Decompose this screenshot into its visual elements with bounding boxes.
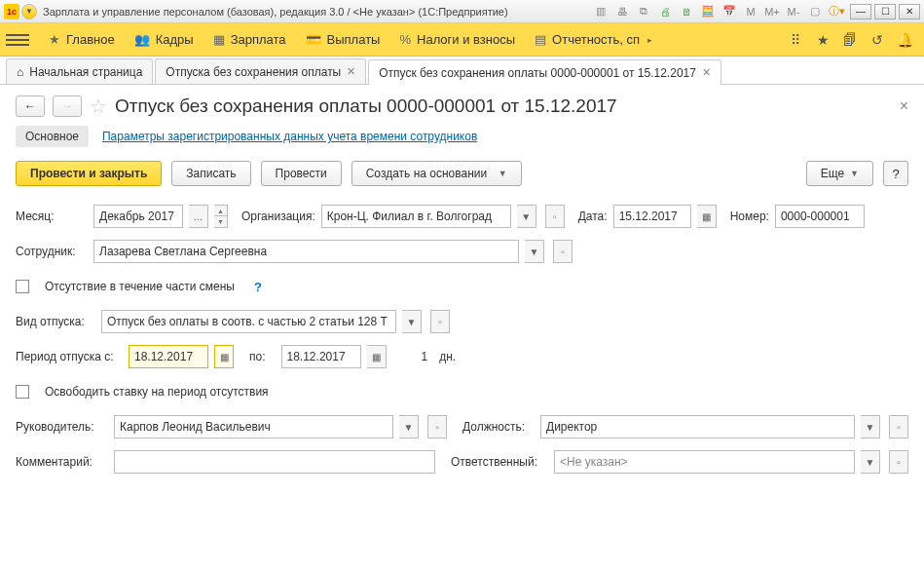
printer-icon[interactable]: 🖨 — [656, 3, 674, 20]
period-from-calendar[interactable]: ▦ — [214, 345, 234, 368]
leave-type-dropdown[interactable]: ▼ — [402, 310, 422, 333]
help-question-icon[interactable]: ? — [254, 280, 262, 294]
period-from-label: Период отпуска с: — [16, 350, 123, 363]
nav-reports[interactable]: ▤Отчетность, сп▸ — [525, 23, 662, 57]
employee-open[interactable]: ▫ — [553, 240, 573, 263]
manager-open[interactable]: ▫ — [427, 415, 447, 439]
org-input[interactable]: Крон-Ц. Филиал в г. Волгоград — [321, 205, 511, 228]
manager-label: Руководитель: — [16, 420, 108, 434]
org-dropdown[interactable]: ▼ — [517, 205, 536, 228]
date-label: Дата: — [578, 210, 608, 223]
manager-dropdown[interactable]: ▼ — [399, 415, 419, 439]
date-calendar[interactable]: ▦ — [697, 205, 717, 228]
favorite-star[interactable]: ☆ — [90, 95, 107, 118]
responsible-open[interactable]: ▫ — [889, 450, 908, 474]
month-ellipsis[interactable]: … — [189, 205, 208, 228]
close-icon[interactable]: ✕ — [702, 66, 711, 79]
post-and-close-button[interactable]: Провести и закрыть — [16, 161, 162, 186]
month-label: Месяц: — [16, 210, 88, 223]
document-title: Отпуск без сохранения оплаты 0000-000001… — [115, 95, 617, 117]
days-count: 1 — [422, 350, 428, 363]
maximize-button[interactable]: ☐ — [874, 4, 896, 19]
report-icon: ▤ — [535, 32, 546, 47]
main-nav: ★Главное 👥Кадры ▦Зарплата 💳Выплаты %Нало… — [0, 23, 924, 57]
period-to-input[interactable]: 18.12.2017 — [281, 345, 361, 368]
chevron-down-icon: ▼ — [499, 169, 507, 178]
print-icon[interactable]: 🖶 — [613, 3, 631, 20]
menu-button[interactable] — [6, 28, 29, 52]
responsible-input[interactable]: <Не указан> — [554, 450, 855, 474]
sublink-main[interactable]: Основное — [16, 126, 89, 147]
calendar-icon[interactable]: 📅 — [721, 3, 738, 20]
free-rate-checkbox[interactable] — [16, 385, 29, 399]
month-spinner[interactable]: ▲▼ — [214, 205, 228, 228]
close-window-button[interactable]: ✕ — [899, 4, 920, 19]
number-input[interactable]: 0000-000001 — [775, 205, 865, 228]
save-button[interactable]: Записать — [171, 161, 250, 186]
create-based-button[interactable]: Создать на основании▼ — [351, 161, 522, 186]
calculator-icon[interactable]: 🧮 — [699, 3, 717, 20]
nav-zarplata[interactable]: ▦Зарплата — [203, 23, 296, 57]
titlebar-menu-icon[interactable]: ▼ — [21, 4, 37, 19]
tab-leaves-list[interactable]: Отпуска без сохранения оплаты ✕ — [155, 58, 366, 84]
employee-dropdown[interactable]: ▼ — [525, 240, 544, 263]
nav-nalogi[interactable]: %Налоги и взносы — [389, 23, 525, 57]
responsible-label: Ответственный: — [451, 455, 548, 469]
m-icon[interactable]: M — [742, 3, 759, 20]
m-minus-icon[interactable]: M- — [785, 3, 802, 20]
position-input[interactable]: Директор — [540, 415, 855, 439]
position-dropdown[interactable]: ▼ — [861, 415, 880, 439]
period-to-label: по: — [249, 350, 266, 363]
forward-button[interactable]: → — [53, 95, 82, 117]
responsible-dropdown[interactable]: ▼ — [861, 450, 880, 474]
period-from-input[interactable]: 18.12.2017 — [129, 345, 208, 368]
help-button[interactable]: ? — [883, 161, 908, 186]
document-area: ← → ☆ Отпуск без сохранения оплаты 0000-… — [0, 85, 924, 494]
document-header: ← → ☆ Отпуск без сохранения оплаты 0000-… — [16, 95, 908, 118]
percent-icon: % — [399, 32, 411, 47]
back-button[interactable]: ← — [16, 95, 45, 117]
number-label: Номер: — [730, 210, 769, 223]
apps-icon[interactable]: ⠿ — [785, 29, 806, 51]
tab-bar: ⌂ Начальная страница Отпуска без сохране… — [0, 57, 924, 85]
favorite-icon[interactable]: ★ — [812, 29, 833, 51]
document-icon[interactable]: 🗎 — [678, 3, 695, 20]
leave-type-label: Вид отпуска: — [16, 315, 95, 328]
comment-input[interactable] — [114, 450, 435, 474]
print-preview-icon[interactable]: ▥ — [592, 3, 610, 20]
manager-input[interactable]: Карпов Леонид Васильевич — [114, 415, 393, 439]
position-label: Должность: — [462, 420, 535, 434]
nav-kadry[interactable]: 👥Кадры — [125, 23, 203, 57]
month-input[interactable]: Декабрь 2017 — [93, 205, 183, 228]
leave-type-open[interactable]: ▫ — [430, 310, 450, 333]
employee-input[interactable]: Лазарева Светлана Сергеевна — [93, 240, 519, 263]
history-icon[interactable]: ↺ — [867, 29, 888, 51]
tab-leave-doc[interactable]: Отпуск без сохранения оплаты 0000-000001… — [368, 59, 721, 85]
minimize-button[interactable]: — — [850, 4, 871, 19]
more-button[interactable]: Еще▼ — [806, 161, 873, 186]
window-icon[interactable]: ▢ — [806, 3, 824, 20]
period-to-calendar[interactable]: ▦ — [367, 345, 387, 368]
clipboard-icon[interactable]: 🗐 — [839, 29, 861, 51]
chevron-right-icon: ▸ — [647, 35, 652, 45]
close-icon[interactable]: ✕ — [347, 65, 355, 78]
m-plus-icon[interactable]: M+ — [763, 3, 781, 20]
sublink-params[interactable]: Параметры зарегистрированных данных учет… — [102, 130, 477, 143]
post-button[interactable]: Провести — [261, 161, 342, 186]
compare-icon[interactable]: ⧉ — [635, 3, 652, 20]
close-document[interactable]: × — [900, 97, 908, 115]
sublink-bar: Основное Параметры зарегистрированных да… — [16, 126, 908, 147]
org-label: Организация: — [241, 210, 315, 223]
position-open[interactable]: ▫ — [889, 415, 908, 439]
tab-home[interactable]: ⌂ Начальная страница — [6, 58, 153, 84]
nav-vyplaty[interactable]: 💳Выплаты — [296, 23, 390, 57]
bell-icon[interactable]: 🔔 — [894, 29, 915, 51]
org-open[interactable]: ▫ — [545, 205, 565, 228]
date-input[interactable]: 15.12.2017 — [613, 205, 691, 228]
nav-main[interactable]: ★Главное — [39, 23, 125, 57]
leave-type-input[interactable]: Отпуск без оплаты в соотв. с частью 2 ст… — [101, 310, 396, 333]
star-icon: ★ — [49, 32, 60, 47]
info-icon[interactable]: ⓘ▾ — [828, 3, 845, 20]
partial-shift-checkbox[interactable] — [16, 280, 29, 293]
table-icon: ▦ — [213, 32, 225, 47]
